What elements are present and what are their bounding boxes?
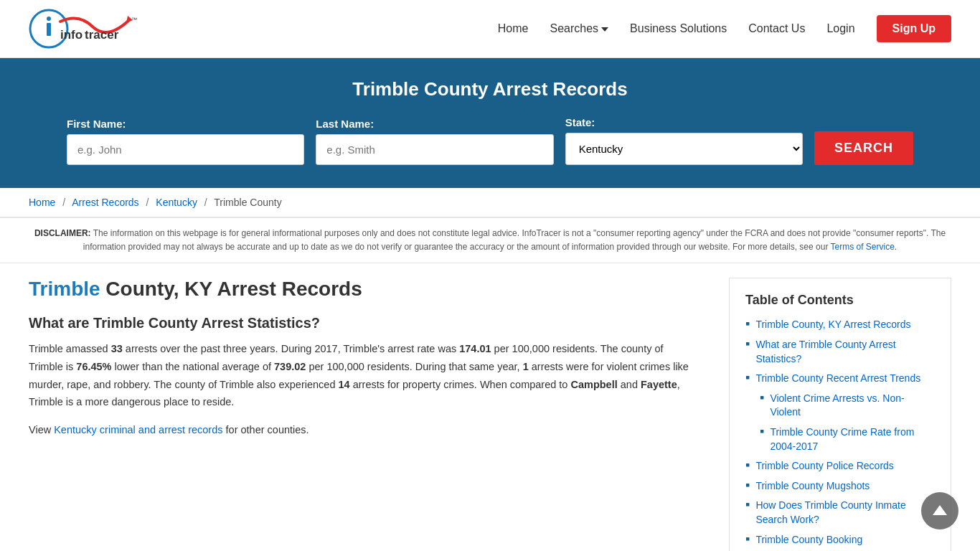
svg-point-1 bbox=[47, 17, 51, 21]
breadcrumb-arrest-records[interactable]: Arrest Records bbox=[72, 197, 138, 208]
content-area: Trimble County, KY Arrest Records What a… bbox=[29, 278, 729, 448]
content-paragraph-1: Trimble amassed 33 arrests over the past… bbox=[29, 340, 700, 411]
breadcrumb-sep1: / bbox=[62, 197, 65, 208]
first-name-group: First Name: bbox=[67, 118, 304, 165]
main-wrapper: Trimble County, KY Arrest Records What a… bbox=[0, 263, 980, 551]
toc-item: ▪How Does Trimble County Inmate Search W… bbox=[745, 499, 935, 527]
hero-section: Trimble County Arrest Records First Name… bbox=[0, 58, 980, 188]
page-heading: Trimble County, KY Arrest Records bbox=[29, 278, 700, 301]
state-label: State: bbox=[565, 116, 803, 128]
search-form: First Name: Last Name: State: Kentucky A… bbox=[67, 116, 913, 165]
breadcrumb-sep3: / bbox=[204, 197, 207, 208]
heading-rest: County, KY Arrest Records bbox=[100, 278, 362, 300]
breadcrumb-sep2: / bbox=[146, 197, 149, 208]
toc-item: ▪Trimble County Police Records bbox=[745, 459, 935, 474]
disclaimer-label: DISCLAIMER: bbox=[34, 228, 91, 238]
toc-title: Table of Contents bbox=[745, 293, 935, 308]
toc-link[interactable]: Trimble County Mugshots bbox=[755, 479, 870, 494]
toc-bullet-icon: ▪ bbox=[745, 532, 750, 547]
scroll-to-top-button[interactable] bbox=[921, 492, 958, 529]
svg-text:™: ™ bbox=[131, 17, 137, 23]
toc-item: ▪What are Trimble County Arrest Statisti… bbox=[745, 338, 935, 366]
svg-text:tracer: tracer bbox=[85, 28, 119, 42]
toc-link[interactable]: What are Trimble County Arrest Statistic… bbox=[755, 338, 935, 366]
breadcrumb-county: Trimble County bbox=[214, 197, 281, 208]
toc-link[interactable]: Trimble County Booking bbox=[755, 533, 862, 547]
tos-link[interactable]: Terms of Service bbox=[831, 242, 895, 252]
toc-box: Table of Contents ▪Trimble County, KY Ar… bbox=[729, 278, 951, 551]
toc-item: ▪Violent Crime Arrests vs. Non-Violent bbox=[760, 392, 935, 420]
nav-business-solutions[interactable]: Business Solutions bbox=[630, 22, 727, 35]
last-name-group: Last Name: bbox=[316, 118, 553, 165]
last-name-input[interactable] bbox=[316, 134, 553, 165]
nav-searches[interactable]: Searches bbox=[550, 22, 608, 35]
content-ky-link-para: View Kentucky criminal and arrest record… bbox=[29, 421, 700, 439]
nav-home[interactable]: Home bbox=[498, 22, 529, 35]
last-name-label: Last Name: bbox=[316, 118, 553, 130]
state-group: State: Kentucky Alabama Alaska Arizona A… bbox=[565, 116, 803, 165]
toc-link[interactable]: Trimble County Crime Rate from 2004-2017 bbox=[770, 425, 935, 453]
toc-link[interactable]: Trimble County Police Records bbox=[755, 459, 893, 474]
toc-bullet-icon: ▪ bbox=[760, 390, 764, 405]
toc-bullet-icon: ▪ bbox=[760, 424, 764, 439]
toc-bullet-icon: ▪ bbox=[745, 336, 750, 352]
main-nav: Home Searches Business Solutions Contact… bbox=[498, 15, 951, 42]
logo[interactable]: info tracer ™ bbox=[29, 7, 143, 50]
signup-button[interactable]: Sign Up bbox=[877, 15, 951, 42]
toc-bullet-icon: ▪ bbox=[745, 458, 750, 473]
toc-item: ▪Trimble County Recent Arrest Trends bbox=[745, 372, 935, 386]
toc-item: ▪Trimble County Crime Rate from 2004-201… bbox=[760, 425, 935, 453]
nav-login[interactable]: Login bbox=[826, 22, 854, 35]
site-header: info tracer ™ Home Searches Business Sol… bbox=[0, 0, 980, 58]
section1-heading: What are Trimble County Arrest Statistic… bbox=[29, 315, 700, 331]
disclaimer-text: The information on this webpage is for g… bbox=[83, 228, 946, 252]
first-name-input[interactable] bbox=[67, 134, 304, 165]
chevron-down-icon bbox=[601, 27, 608, 32]
toc-link[interactable]: How Does Trimble County Inmate Search Wo… bbox=[755, 499, 935, 527]
disclaimer-bar: DISCLAIMER: The information on this webp… bbox=[0, 217, 980, 263]
hero-title: Trimble County Arrest Records bbox=[29, 78, 951, 100]
arrow-up-icon bbox=[933, 505, 947, 515]
toc-bullet-icon: ▪ bbox=[745, 316, 750, 331]
toc-link[interactable]: Trimble County, KY Arrest Records bbox=[755, 318, 910, 332]
toc-list: ▪Trimble County, KY Arrest Records▪What … bbox=[745, 318, 935, 551]
state-select[interactable]: Kentucky Alabama Alaska Arizona Arkansas… bbox=[565, 133, 803, 165]
toc-link[interactable]: Trimble County Recent Arrest Trends bbox=[755, 372, 920, 386]
toc-item: ▪Trimble County, KY Arrest Records bbox=[745, 318, 935, 332]
toc-item: ▪Trimble County Mugshots bbox=[745, 479, 935, 494]
heading-highlight: Trimble bbox=[29, 278, 100, 300]
breadcrumb: Home / Arrest Records / Kentucky / Trimb… bbox=[0, 188, 980, 217]
first-name-label: First Name: bbox=[67, 118, 304, 130]
sidebar: Table of Contents ▪Trimble County, KY Ar… bbox=[729, 278, 951, 551]
nav-contact-us[interactable]: Contact Us bbox=[748, 22, 805, 35]
svg-rect-2 bbox=[47, 23, 51, 36]
svg-text:info: info bbox=[60, 28, 83, 42]
toc-bullet-icon: ▪ bbox=[745, 478, 750, 493]
breadcrumb-kentucky[interactable]: Kentucky bbox=[156, 197, 197, 208]
search-button[interactable]: SEARCH bbox=[814, 131, 913, 165]
breadcrumb-home[interactable]: Home bbox=[29, 197, 55, 208]
toc-bullet-icon: ▪ bbox=[745, 370, 750, 385]
ky-criminal-link[interactable]: Kentucky criminal and arrest records bbox=[54, 424, 222, 435]
toc-link[interactable]: Violent Crime Arrests vs. Non-Violent bbox=[770, 392, 935, 420]
toc-item: ▪Trimble County Booking bbox=[745, 533, 935, 547]
toc-bullet-icon: ▪ bbox=[745, 497, 750, 512]
